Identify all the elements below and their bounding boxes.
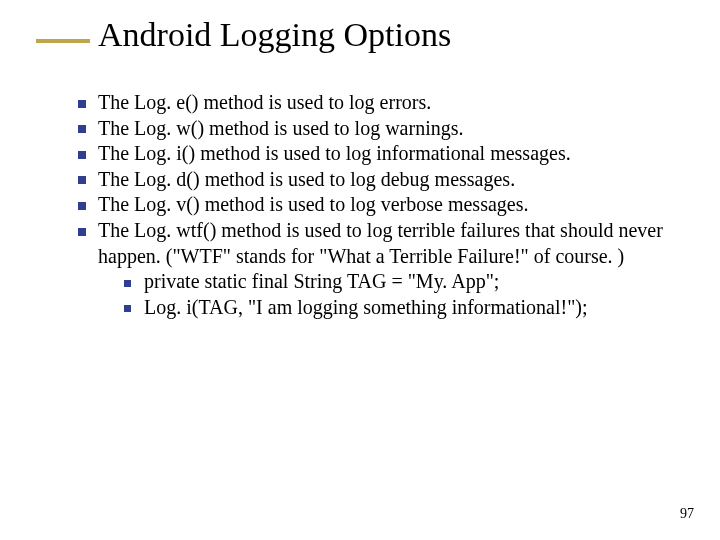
title-accent-bar [36,39,90,43]
bullet-text: The Log. v() method is used to log verbo… [98,193,528,215]
list-item: The Log. wtf() method is used to log ter… [78,218,680,320]
title-area: Android Logging Options [36,16,451,53]
sub-bullet-text: private static final String TAG = "My. A… [144,270,499,292]
slide-body: The Log. e() method is used to log error… [78,90,680,320]
bullet-text: The Log. e() method is used to log error… [98,91,431,113]
list-item: The Log. w() method is used to log warni… [78,116,680,142]
slide: Android Logging Options The Log. e() met… [0,0,720,540]
list-item: Log. i(TAG, "I am logging something info… [124,295,680,321]
list-item: The Log. v() method is used to log verbo… [78,192,680,218]
bullet-list: The Log. e() method is used to log error… [78,90,680,320]
sub-bullet-text: Log. i(TAG, "I am logging something info… [144,296,588,318]
bullet-text: The Log. w() method is used to log warni… [98,117,464,139]
sub-bullet-list: private static final String TAG = "My. A… [98,269,680,320]
bullet-text: The Log. d() method is used to log debug… [98,168,515,190]
slide-title: Android Logging Options [98,16,451,53]
bullet-text: The Log. i() method is used to log infor… [98,142,571,164]
bullet-text: The Log. wtf() method is used to log ter… [98,219,663,267]
page-number: 97 [680,506,694,522]
list-item: The Log. e() method is used to log error… [78,90,680,116]
list-item: The Log. d() method is used to log debug… [78,167,680,193]
list-item: private static final String TAG = "My. A… [124,269,680,295]
list-item: The Log. i() method is used to log infor… [78,141,680,167]
